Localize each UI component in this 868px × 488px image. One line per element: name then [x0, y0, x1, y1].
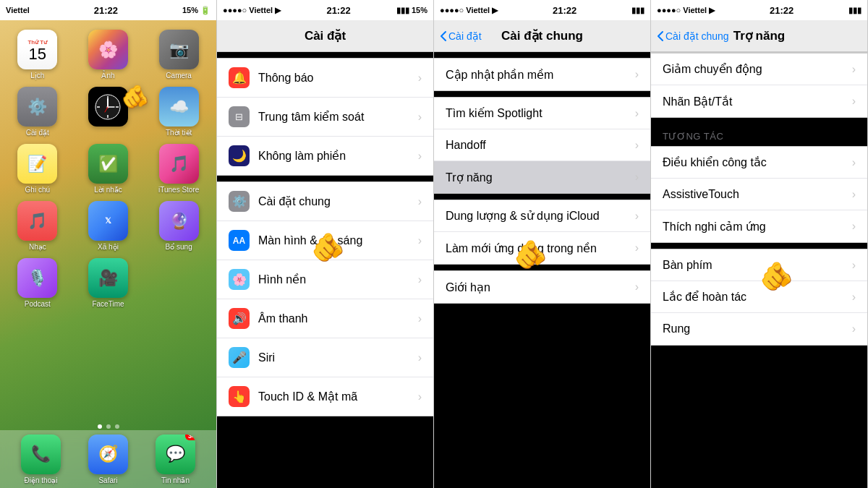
battery-p3: ▮▮▮ [631, 6, 644, 15]
tronang-label: Trợ năng [446, 171, 635, 184]
handoff-label: Handoff [446, 139, 635, 152]
row-rung[interactable]: Rung › [651, 313, 867, 345]
app-xahoi[interactable]: 𝕏 Xã hội [77, 201, 140, 251]
settings-group-1: 🔔 Thông báo › ⊟ Trung tâm kiểm soát › 🌙 … [217, 58, 433, 176]
gioihan-label: Giới hạn [446, 281, 635, 294]
row-general[interactable]: ⚙️ Cài đặt chung › [217, 182, 433, 221]
panel-home: Viettel 21:22 15% 🔋 Thứ Tư 15 Lịch 🌸 Ảnh… [0, 0, 217, 488]
donotdist-label: Không làm phiền [258, 149, 418, 163]
lammoi-label: Làm mới ứng dụng trong nền [446, 241, 635, 255]
thichnghi-label: Thích nghi cảm ứng [663, 220, 852, 234]
app-loinh[interactable]: ✅ Lời nhắc [77, 144, 140, 194]
row-nhanbt[interactable]: Nhãn Bật/Tắt › [651, 85, 867, 117]
dock-safari[interactable]: 🧭 Safari [88, 435, 128, 484]
row-trungtam[interactable]: ⊟ Trung tâm kiểm soát › [217, 98, 433, 137]
sound-icon: 🔊 [229, 308, 250, 329]
carrier-p2: ●●●●○ Viettel ▶ [223, 6, 281, 15]
row-capnhat[interactable]: Cập nhật phần mềm › [434, 59, 650, 90]
dkcongtac-chevron: › [852, 156, 856, 169]
settings-list: 🔔 Thông báo › ⊟ Trung tâm kiểm soát › 🌙 … [217, 52, 433, 488]
gioihan-chevron: › [635, 281, 639, 294]
notif-chevron: › [418, 72, 422, 85]
donotdist-icon: 🌙 [229, 145, 250, 166]
nav-back-tronang[interactable]: Cài đặt chung [657, 30, 729, 42]
capnhat-chevron: › [635, 68, 639, 81]
carrier-p4: ●●●●○ Viettel ▶ [657, 6, 715, 15]
dunglg-chevron: › [635, 210, 639, 223]
display-label: Màn hình & độ sáng [258, 234, 418, 247]
row-display[interactable]: AA Màn hình & độ sáng › [217, 221, 433, 260]
siri-label: Siri [258, 351, 418, 364]
spotlight-label: Tìm kiếm Spotlight [446, 106, 635, 120]
sound-label: Âm thanh [258, 312, 418, 325]
row-assistive[interactable]: AssistiveTouch › [651, 179, 867, 210]
row-lammoi[interactable]: Làm mới ứng dụng trong nền › [434, 232, 650, 264]
spotlight-chevron: › [635, 107, 639, 120]
wallpaper-chevron: › [418, 273, 422, 286]
row-spotlight[interactable]: Tìm kiếm Spotlight › [434, 98, 650, 129]
nav-bar-settings: Cài đặt [217, 20, 433, 52]
row-touchid[interactable]: 👆 Touch ID & Mật mã › [217, 377, 433, 416]
row-tronang[interactable]: Trợ năng › [434, 161, 650, 193]
app-empty [147, 258, 210, 308]
nav-back-general[interactable]: Cài đặt [440, 30, 482, 42]
app-clock[interactable]: 🫵 [77, 87, 140, 137]
app-ghichu[interactable]: 📝 Ghi chú [6, 144, 69, 194]
row-lacdehoan[interactable]: Lắc để hoàn tác › [651, 281, 867, 313]
notif-label: Thông báo [258, 72, 418, 85]
banphim-chevron: › [852, 259, 856, 272]
rung-chevron: › [852, 322, 856, 335]
time-p2: 21:22 [326, 5, 350, 16]
time-p3: 21:22 [553, 5, 576, 16]
status-bar-p4: ●●●●○ Viettel ▶ 21:22 ▮▮▮ [651, 0, 867, 20]
app-camera[interactable]: 📷 Camera [147, 30, 210, 80]
app-nhac[interactable]: 🎵 Nhạc [6, 201, 69, 251]
general-group-3: Dung lượng & sử dụng iCloud › Làm mới ứn… [434, 200, 650, 265]
touchid-chevron: › [418, 390, 422, 403]
app-lich[interactable]: Thứ Tư 15 Lịch [6, 30, 69, 80]
dunglg-label: Dung lượng & sử dụng iCloud [446, 209, 635, 223]
panel-tronang: ●●●●○ Viettel ▶ 21:22 ▮▮▮ Cài đặt chung … [651, 0, 868, 488]
message-badge: 34 [185, 435, 195, 440]
row-handoff[interactable]: Handoff › [434, 129, 650, 161]
assistive-chevron: › [852, 188, 856, 201]
touchid-label: Touch ID & Mật mã [258, 390, 418, 403]
row-donotdist[interactable]: 🌙 Không làm phiền › [217, 137, 433, 175]
nav-title-settings: Cài đặt [305, 28, 346, 43]
app-facetime[interactable]: 🎥 FaceTime [77, 258, 140, 308]
status-bar-p3: ●●●●○ Viettel ▶ 21:22 ▮▮▮ [434, 0, 650, 20]
app-bosung[interactable]: 🔮 Bổ sung [147, 201, 210, 251]
app-itunes[interactable]: 🎵 iTunes Store [147, 144, 210, 194]
control-label: Trung tâm kiểm soát [258, 110, 418, 124]
tronang-group-3: Bàn phím › Lắc để hoàn tác › Rung › [651, 249, 867, 346]
app-grid: Thứ Tư 15 Lịch 🌸 Ảnh 📷 Camera ⚙️ Cài đặt [0, 24, 216, 314]
row-dunglg[interactable]: Dung lượng & sử dụng iCloud › [434, 200, 650, 232]
general-group-4: Giới hạn › [434, 270, 650, 304]
tronang-group-0: Giảm chuyển động › Nhãn Bật/Tắt › [651, 52, 867, 118]
row-giamcd[interactable]: Giảm chuyển động › [651, 53, 867, 85]
app-caidat[interactable]: ⚙️ Cài đặt [6, 87, 69, 137]
app-podcast[interactable]: 🎙️ Podcast [6, 258, 69, 308]
app-weather[interactable]: ☁️ Thời tiết [147, 87, 210, 137]
row-sound[interactable]: 🔊 Âm thanh › [217, 299, 433, 338]
general-chevron: › [418, 195, 422, 208]
dock-phone[interactable]: 📞 Điện thoại [21, 435, 61, 484]
nav-title-general: Cài đặt chung [501, 28, 583, 43]
time-p4: 21:22 [770, 5, 793, 16]
row-siri[interactable]: 🎤 Siri › [217, 338, 433, 377]
siri-chevron: › [418, 351, 422, 364]
display-chevron: › [418, 234, 422, 247]
tronang-chevron: › [635, 171, 639, 184]
wallpaper-icon: 🌸 [229, 269, 250, 290]
row-banphim[interactable]: Bàn phím › [651, 249, 867, 281]
row-wallpaper[interactable]: 🌸 Hình nền › [217, 260, 433, 299]
row-gioihan[interactable]: Giới hạn › [434, 271, 650, 303]
row-thichnghi[interactable]: Thích nghi cảm ứng › [651, 210, 867, 242]
row-dkcongtac[interactable]: Điều khiển công tắc › [651, 147, 867, 179]
carrier-home: Viettel [6, 6, 30, 14]
row-thongbao[interactable]: 🔔 Thông báo › [217, 59, 433, 98]
nav-back-label-tronang: Cài đặt chung [665, 30, 729, 42]
app-anh[interactable]: 🌸 Ảnh [77, 30, 140, 80]
dock-msg[interactable]: 💬 34 Tin nhắn [156, 435, 195, 484]
tronang-list: Giảm chuyển động › Nhãn Bật/Tắt › TƯƠNG … [651, 52, 867, 488]
